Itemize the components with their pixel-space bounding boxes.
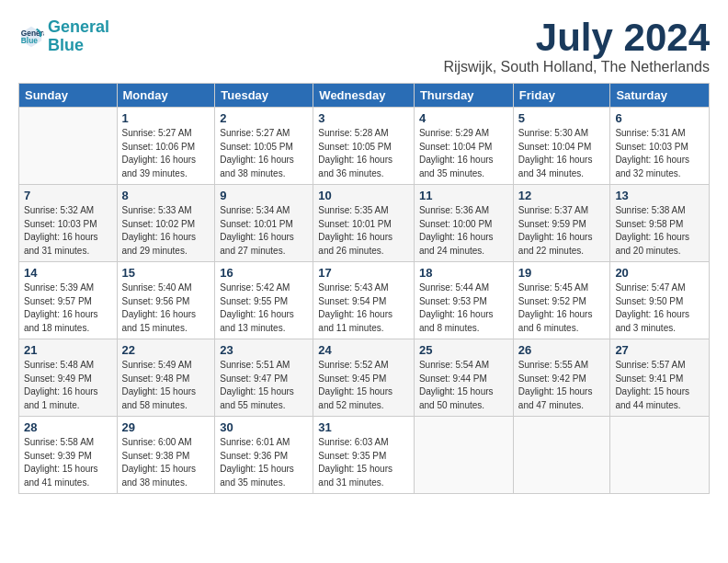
calendar-cell: 2Sunrise: 5:27 AM Sunset: 10:05 PM Dayli… bbox=[215, 108, 313, 185]
logo: General Blue General Blue bbox=[18, 18, 109, 55]
cell-info: Sunrise: 5:40 AM Sunset: 9:56 PM Dayligh… bbox=[122, 282, 210, 335]
cell-info: Sunrise: 5:49 AM Sunset: 9:48 PM Dayligh… bbox=[122, 359, 210, 412]
day-number: 31 bbox=[318, 420, 409, 434]
weekday-header-tuesday: Tuesday bbox=[215, 84, 313, 108]
weekday-header-friday: Friday bbox=[513, 84, 610, 108]
weekday-header-wednesday: Wednesday bbox=[313, 84, 415, 108]
calendar-cell: 28Sunrise: 5:58 AM Sunset: 9:39 PM Dayli… bbox=[19, 417, 118, 494]
calendar-header: SundayMondayTuesdayWednesdayThursdayFrid… bbox=[19, 84, 710, 108]
cell-info: Sunrise: 5:35 AM Sunset: 10:01 PM Daylig… bbox=[318, 204, 409, 258]
calendar-cell: 30Sunrise: 6:01 AM Sunset: 9:36 PM Dayli… bbox=[215, 417, 313, 494]
calendar-cell: 29Sunrise: 6:00 AM Sunset: 9:38 PM Dayli… bbox=[117, 417, 215, 494]
cell-info: Sunrise: 5:44 AM Sunset: 9:53 PM Dayligh… bbox=[419, 282, 508, 335]
weekday-header-thursday: Thursday bbox=[414, 84, 513, 108]
calendar-cell: 15Sunrise: 5:40 AM Sunset: 9:56 PM Dayli… bbox=[117, 262, 215, 339]
svg-text:Blue: Blue bbox=[21, 36, 38, 45]
cell-info: Sunrise: 5:55 AM Sunset: 9:42 PM Dayligh… bbox=[518, 359, 606, 412]
calendar-week-5: 28Sunrise: 5:58 AM Sunset: 9:39 PM Dayli… bbox=[19, 417, 710, 494]
calendar-cell: 22Sunrise: 5:49 AM Sunset: 9:48 PM Dayli… bbox=[117, 339, 215, 417]
month-title: July 2024 bbox=[443, 18, 710, 57]
cell-info: Sunrise: 5:57 AM Sunset: 9:41 PM Dayligh… bbox=[615, 359, 704, 412]
cell-info: Sunrise: 5:37 AM Sunset: 9:59 PM Dayligh… bbox=[518, 204, 606, 258]
day-number: 11 bbox=[419, 189, 508, 202]
calendar-week-4: 21Sunrise: 5:48 AM Sunset: 9:49 PM Dayli… bbox=[19, 339, 710, 417]
calendar-cell: 18Sunrise: 5:44 AM Sunset: 9:53 PM Dayli… bbox=[414, 262, 513, 339]
calendar-cell: 13Sunrise: 5:38 AM Sunset: 9:58 PM Dayli… bbox=[610, 185, 710, 262]
cell-info: Sunrise: 5:34 AM Sunset: 10:01 PM Daylig… bbox=[220, 204, 308, 258]
calendar-cell: 14Sunrise: 5:39 AM Sunset: 9:57 PM Dayli… bbox=[19, 262, 118, 339]
day-number: 29 bbox=[122, 420, 210, 434]
day-number: 26 bbox=[518, 343, 606, 357]
day-number: 4 bbox=[419, 111, 508, 125]
calendar-cell: 27Sunrise: 5:57 AM Sunset: 9:41 PM Dayli… bbox=[610, 339, 710, 417]
logo-text: General Blue bbox=[48, 18, 109, 55]
cell-info: Sunrise: 6:03 AM Sunset: 9:35 PM Dayligh… bbox=[318, 436, 409, 489]
day-number: 17 bbox=[318, 266, 409, 280]
day-number: 24 bbox=[318, 343, 409, 357]
calendar-cell bbox=[19, 108, 118, 185]
day-number: 2 bbox=[220, 111, 308, 125]
calendar-cell: 12Sunrise: 5:37 AM Sunset: 9:59 PM Dayli… bbox=[513, 185, 610, 262]
day-number: 22 bbox=[122, 343, 210, 357]
day-number: 15 bbox=[122, 266, 210, 280]
day-number: 20 bbox=[615, 266, 704, 280]
cell-info: Sunrise: 6:00 AM Sunset: 9:38 PM Dayligh… bbox=[122, 436, 210, 489]
day-number: 30 bbox=[220, 420, 308, 434]
calendar-cell: 7Sunrise: 5:32 AM Sunset: 10:03 PM Dayli… bbox=[19, 185, 118, 262]
calendar-cell: 10Sunrise: 5:35 AM Sunset: 10:01 PM Dayl… bbox=[313, 185, 415, 262]
day-number: 10 bbox=[318, 189, 409, 202]
calendar-cell: 26Sunrise: 5:55 AM Sunset: 9:42 PM Dayli… bbox=[513, 339, 610, 417]
cell-info: Sunrise: 5:32 AM Sunset: 10:03 PM Daylig… bbox=[24, 204, 112, 258]
page-container: General Blue General Blue July 2024 Rijs… bbox=[0, 0, 728, 503]
logo-icon: General Blue bbox=[18, 24, 44, 50]
cell-info: Sunrise: 5:42 AM Sunset: 9:55 PM Dayligh… bbox=[220, 282, 308, 335]
calendar-cell: 4Sunrise: 5:29 AM Sunset: 10:04 PM Dayli… bbox=[414, 108, 513, 185]
calendar-cell: 19Sunrise: 5:45 AM Sunset: 9:52 PM Dayli… bbox=[513, 262, 610, 339]
day-number: 25 bbox=[419, 343, 508, 357]
calendar-cell: 21Sunrise: 5:48 AM Sunset: 9:49 PM Dayli… bbox=[19, 339, 118, 417]
weekday-header-sunday: Sunday bbox=[19, 84, 118, 108]
cell-info: Sunrise: 5:30 AM Sunset: 10:04 PM Daylig… bbox=[518, 127, 606, 180]
day-number: 3 bbox=[318, 111, 409, 125]
cell-info: Sunrise: 5:27 AM Sunset: 10:05 PM Daylig… bbox=[220, 127, 308, 180]
calendar-cell: 11Sunrise: 5:36 AM Sunset: 10:00 PM Dayl… bbox=[414, 185, 513, 262]
calendar-cell: 23Sunrise: 5:51 AM Sunset: 9:47 PM Dayli… bbox=[215, 339, 313, 417]
calendar-cell: 6Sunrise: 5:31 AM Sunset: 10:03 PM Dayli… bbox=[610, 108, 710, 185]
location: Rijswijk, South Holland, The Netherlands bbox=[443, 59, 710, 75]
cell-info: Sunrise: 5:58 AM Sunset: 9:39 PM Dayligh… bbox=[24, 436, 112, 489]
calendar-cell bbox=[513, 417, 610, 494]
calendar-cell: 3Sunrise: 5:28 AM Sunset: 10:05 PM Dayli… bbox=[313, 108, 415, 185]
calendar-week-2: 7Sunrise: 5:32 AM Sunset: 10:03 PM Dayli… bbox=[19, 185, 710, 262]
day-number: 21 bbox=[24, 343, 112, 357]
calendar-cell: 9Sunrise: 5:34 AM Sunset: 10:01 PM Dayli… bbox=[215, 185, 313, 262]
cell-info: Sunrise: 5:29 AM Sunset: 10:04 PM Daylig… bbox=[419, 127, 508, 180]
day-number: 1 bbox=[122, 111, 210, 125]
cell-info: Sunrise: 5:33 AM Sunset: 10:02 PM Daylig… bbox=[122, 204, 210, 258]
cell-info: Sunrise: 5:47 AM Sunset: 9:50 PM Dayligh… bbox=[615, 282, 704, 335]
day-number: 12 bbox=[518, 189, 606, 202]
weekday-header-row: SundayMondayTuesdayWednesdayThursdayFrid… bbox=[19, 84, 710, 108]
cell-info: Sunrise: 5:38 AM Sunset: 9:58 PM Dayligh… bbox=[615, 204, 704, 258]
day-number: 18 bbox=[419, 266, 508, 280]
day-number: 6 bbox=[615, 111, 704, 125]
cell-info: Sunrise: 5:45 AM Sunset: 9:52 PM Dayligh… bbox=[518, 282, 606, 335]
day-number: 7 bbox=[24, 189, 112, 202]
day-number: 8 bbox=[122, 189, 210, 202]
cell-info: Sunrise: 5:36 AM Sunset: 10:00 PM Daylig… bbox=[419, 204, 508, 258]
day-number: 13 bbox=[615, 189, 704, 202]
calendar-cell bbox=[414, 417, 513, 494]
calendar: SundayMondayTuesdayWednesdayThursdayFrid… bbox=[18, 83, 710, 494]
calendar-cell: 17Sunrise: 5:43 AM Sunset: 9:54 PM Dayli… bbox=[313, 262, 415, 339]
day-number: 5 bbox=[518, 111, 606, 125]
cell-info: Sunrise: 5:28 AM Sunset: 10:05 PM Daylig… bbox=[318, 127, 409, 180]
cell-info: Sunrise: 5:43 AM Sunset: 9:54 PM Dayligh… bbox=[318, 282, 409, 335]
calendar-cell: 5Sunrise: 5:30 AM Sunset: 10:04 PM Dayli… bbox=[513, 108, 610, 185]
calendar-cell: 1Sunrise: 5:27 AM Sunset: 10:06 PM Dayli… bbox=[117, 108, 215, 185]
calendar-week-1: 1Sunrise: 5:27 AM Sunset: 10:06 PM Dayli… bbox=[19, 108, 710, 185]
logo-general: General bbox=[48, 17, 109, 36]
calendar-cell: 16Sunrise: 5:42 AM Sunset: 9:55 PM Dayli… bbox=[215, 262, 313, 339]
cell-info: Sunrise: 5:27 AM Sunset: 10:06 PM Daylig… bbox=[122, 127, 210, 180]
cell-info: Sunrise: 5:48 AM Sunset: 9:49 PM Dayligh… bbox=[24, 359, 112, 412]
calendar-body: 1Sunrise: 5:27 AM Sunset: 10:06 PM Dayli… bbox=[19, 108, 710, 494]
calendar-week-3: 14Sunrise: 5:39 AM Sunset: 9:57 PM Dayli… bbox=[19, 262, 710, 339]
